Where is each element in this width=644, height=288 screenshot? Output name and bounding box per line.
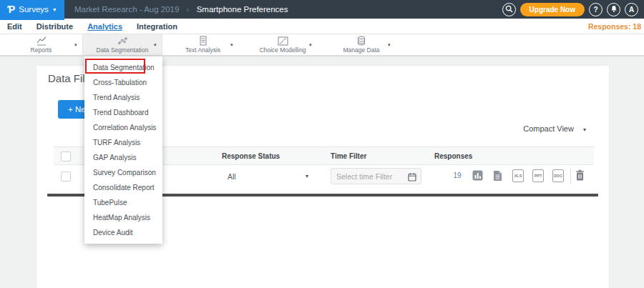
menu-item-data-segmentation[interactable]: Data Segmentation [84,60,162,75]
menu-item-cross-tabulation[interactable]: Cross-Tabulation [84,75,162,90]
data-segmentation-dropdown-menu: Data Segmentation Cross-Tabulation Trend… [84,56,162,244]
product-label: Surveys [19,5,49,14]
account-avatar[interactable]: A [625,3,638,16]
export-xls-icon[interactable]: XLS [512,169,524,182]
header-time-filter: Time Filter [331,152,366,160]
menu-item-correlation-analysis[interactable]: Correlation Analysis [84,120,162,135]
help-button[interactable]: ? [589,3,602,16]
topbar-actions: Upgrade Now ? A [502,0,638,19]
tab-analytics[interactable]: Analytics [87,22,122,31]
top-navbar: Ƥ Surveys ▼ Market Research - Aug 2019 ›… [0,0,644,19]
data-segmentation-caret-icon[interactable]: ▾ [154,42,157,48]
bell-icon [610,5,618,14]
choice-modelling-caret-icon[interactable]: ▾ [309,42,312,48]
scatter-chart-icon [117,36,128,46]
menu-item-trend-dashboard[interactable]: Trend Dashboard [84,105,162,120]
search-icon [505,5,513,14]
menu-item-heatmap-analysis[interactable]: HeatMap Analysis [84,210,162,225]
toolbar-label-data-segmentation: Data Segmentation [97,46,149,54]
breadcrumb-parent[interactable]: Market Research - Aug 2019 [74,5,179,14]
breadcrumb: Market Research - Aug 2019 › Smartphone … [74,5,288,14]
menu-item-tubepulse[interactable]: TubePulse [84,195,162,210]
toolbar-item-reports[interactable]: Reports [0,34,82,55]
trash-icon[interactable] [575,169,585,184]
toolbar-item-data-segmentation[interactable]: Data Segmentation [82,34,162,55]
row-actions-divider [570,169,571,184]
toolbar-label-manage-data: Manage Data [343,46,379,54]
logo-edge-accent [0,19,64,20]
menu-item-turf-analysis[interactable]: TURF Analysis [84,135,162,150]
response-status-select[interactable]: All [228,172,236,181]
dashboard-report-icon[interactable] [472,170,483,184]
header-responses: Responses [434,152,472,160]
manage-data-caret-icon[interactable]: ▾ [388,42,391,48]
chevron-down-icon: ▼ [52,7,57,12]
text-analysis-caret-icon[interactable]: ▾ [230,42,233,48]
tab-edit[interactable]: Edit [7,22,22,31]
tab-integration[interactable]: Integration [137,22,177,31]
compact-view-label: Compact View [523,124,574,133]
brand-logo-icon: Ƥ [7,4,15,15]
breadcrumb-current: Smartphone Preferences [197,5,288,14]
time-filter-input[interactable] [336,169,404,184]
tab-distribute[interactable]: Distribute [36,22,73,31]
document-export-icon[interactable] [493,170,502,184]
export-doc-icon[interactable]: DOC [552,169,564,182]
calendar-icon[interactable] [408,172,416,184]
response-status-caret-icon[interactable]: ▾ [306,173,308,179]
curve-chart-icon [278,36,288,46]
responses-count-value[interactable]: 19 [449,172,465,179]
header-response-status: Response Status [222,152,280,160]
text-document-icon [198,36,208,46]
menu-item-device-audit[interactable]: Device Audit [84,225,162,240]
row-checkbox[interactable] [61,172,71,182]
menu-item-trend-analysis[interactable]: Trend Analysis [84,90,162,105]
line-chart-icon [36,36,47,46]
analytics-toolbar: Reports ▾ Data Segmentation ▾ Text Analy… [0,34,644,56]
responses-count-label[interactable]: Responses: 18 [588,19,641,34]
select-all-checkbox[interactable] [61,152,71,162]
toolbar-label-text-analysis: Text Analysis [185,46,220,54]
compact-view-caret-icon: ▾ [583,126,586,133]
compact-view-dropdown[interactable]: Compact View ▾ [523,124,586,133]
app-window: Ƥ Surveys ▼ Market Research - Aug 2019 ›… [0,0,644,288]
menu-item-consolidate-report[interactable]: Consolidate Report [84,180,162,195]
breadcrumb-separator: › [187,5,190,14]
search-button[interactable] [502,3,516,16]
surveys-menu-button[interactable]: Ƥ Surveys ▼ [0,0,64,19]
time-filter-field [331,168,421,184]
toolbar-label-choice-modelling: Choice Modelling [259,46,306,54]
toolbar-label-reports: Reports [31,46,52,54]
database-icon [356,36,366,46]
menu-item-survey-comparison[interactable]: Survey Comparison [84,165,162,180]
upgrade-now-button[interactable]: Upgrade Now [520,3,585,16]
menu-item-gap-analysis[interactable]: GAP Analysis [84,150,162,165]
reports-caret-icon[interactable]: ▾ [74,42,77,48]
export-ppt-icon[interactable]: PPT [532,169,544,182]
survey-section-nav: Edit Distribute Analytics Integration Re… [0,19,644,34]
notifications-button[interactable] [607,3,620,16]
